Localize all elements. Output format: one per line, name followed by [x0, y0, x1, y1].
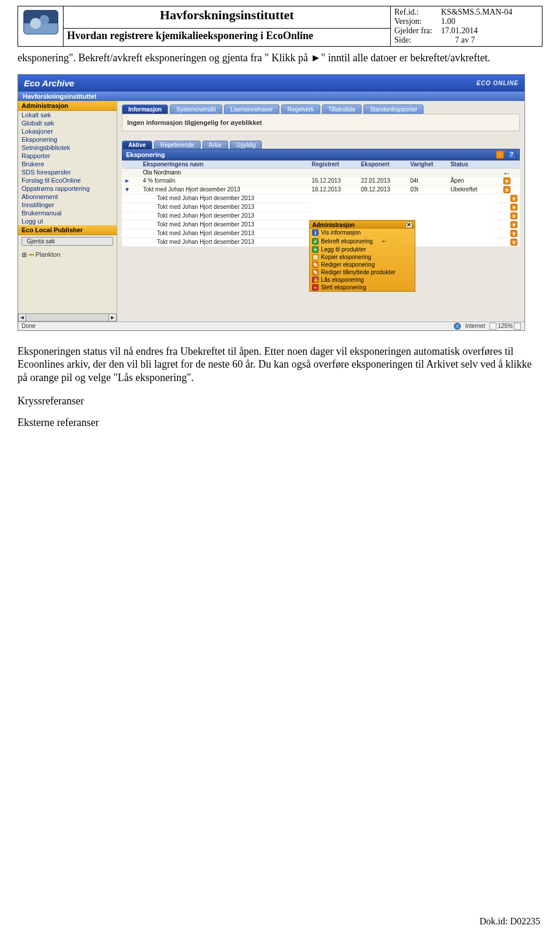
tab-tiltaksliste[interactable]: Tiltaksliste — [322, 104, 362, 114]
ctx-item-bekreft[interactable]: ✓Bekreft eksponering ← — [310, 236, 415, 246]
subtab-aktive[interactable]: Aktive — [122, 141, 152, 149]
ctx-item-rediger-prod[interactable]: ✎Rediger tilknyttede produkter — [310, 268, 415, 276]
ctx-item-legg-til[interactable]: +Legg til produkter — [310, 246, 415, 253]
row-action-icon[interactable]: ▼ — [510, 239, 517, 246]
sidebar-tree[interactable]: ⊞ ••• Plankton — [18, 247, 117, 262]
status-done: Done — [22, 323, 36, 329]
row-action-icon[interactable]: ▼ — [510, 221, 517, 228]
sidebar-item-eksponering[interactable]: Eksponering — [18, 135, 117, 144]
heading-kryssreferanser: Kryssreferanser — [18, 394, 542, 408]
tree-item-plankton[interactable]: Plankton — [36, 251, 61, 258]
col-stat: Status — [448, 160, 494, 169]
tab-standardrapporter[interactable]: Standardrapporter — [363, 104, 424, 114]
status-internet: Internet — [466, 323, 485, 329]
institution-logo-icon — [23, 10, 58, 34]
sidebar-item-brukere[interactable]: Brukere — [18, 160, 117, 168]
col-reg: Registrert — [309, 160, 358, 169]
row-action-icon[interactable]: ▼ — [510, 212, 517, 219]
zoom-in-icon[interactable] — [514, 323, 521, 330]
cell-stat: Åpen — [448, 176, 494, 185]
sidebar-item-oppstroms[interactable]: Oppstrøms rapportering — [18, 184, 117, 193]
row-action-icon[interactable]: ▼ — [503, 186, 510, 193]
lock-icon: 🔒 — [312, 277, 318, 283]
ctx-item-las[interactable]: 🔒Lås eksponering — [310, 276, 415, 284]
sidebar-item-innstillinger[interactable]: Innstillinger — [18, 201, 117, 209]
row-action-icon[interactable]: ▼ — [510, 195, 517, 202]
row-action-icon[interactable]: ▼ — [510, 204, 517, 211]
ctx-item-vis-info[interactable]: iVis informasjon — [310, 229, 415, 236]
ctx-item-kopier[interactable]: ⧉Kopier eksponering — [310, 253, 415, 261]
row-action-icon[interactable]: ▼ — [510, 230, 517, 237]
cell-name: 4 % formalin — [141, 176, 309, 185]
cell-name: Tokt med Johan Hjort desember 2013 — [141, 220, 309, 229]
col-eksp: Eksponert — [359, 160, 408, 169]
tree-expand-icon[interactable]: ⊞ — [22, 251, 29, 258]
scroll-left-icon[interactable]: ◄ — [18, 313, 26, 322]
side-label: Side: — [394, 36, 441, 45]
zoom-out-icon[interactable] — [489, 323, 496, 330]
header-help-icon[interactable]: ? — [508, 151, 516, 159]
check-icon: ✓ — [312, 238, 318, 245]
doc-meta: Ref.id.:KS&SMS.5.MAN-04 Versjon:1.00 Gje… — [391, 6, 542, 47]
tab-systemoversikt[interactable]: Systemoversikt — [170, 104, 222, 114]
zoom-control[interactable]: 125% — [489, 323, 521, 330]
scroll-right-icon[interactable]: ► — [108, 313, 117, 322]
cell-eksp: 09.12.2013 — [359, 185, 408, 194]
from-value: 17.01.2014 — [441, 26, 478, 36]
sidebar-item-setningsbibliotek[interactable]: Setningsbibliotek — [18, 144, 117, 152]
sidebar-item-lokalt-sok[interactable]: Lokalt søk — [18, 111, 117, 119]
sidebar-scrollbar[interactable]: ◄ ► — [18, 313, 117, 322]
sidebar-header-admin: Administrasjon — [18, 101, 117, 111]
context-close-icon[interactable]: ✕ — [405, 221, 412, 228]
repeat-search-button[interactable]: Gjenta søk — [22, 237, 113, 246]
col-name: Eksponeringens navn — [141, 160, 309, 169]
zoom-value: 125% — [498, 323, 513, 329]
copy-icon: ⧉ — [312, 254, 318, 260]
sidebar-item-logg-ut[interactable]: Logg ut — [18, 217, 117, 225]
sidebar-item-brukermanual[interactable]: Brukermanual — [18, 209, 117, 217]
sidebar-header-publisher: Eco Local Publisher — [18, 225, 117, 235]
subtab-repeterende[interactable]: Repeterende — [154, 141, 201, 149]
context-menu-title: Administrasjon ✕ — [310, 221, 415, 229]
eco-archive-window: Eco Archive ECO ONLINE Havforskningsinst… — [18, 74, 525, 331]
row-toggle-icon[interactable]: ► — [124, 177, 130, 184]
document-subtitle: Hvordan registrere kjemikalieeksponering… — [64, 28, 391, 46]
tab-informasjon[interactable]: Informasjon — [122, 104, 168, 114]
row-toggle-icon[interactable]: ▼ — [124, 186, 130, 193]
sidebar-item-globalt-sok[interactable]: Globalt søk — [18, 119, 117, 127]
cell-name: Tokt med Johan Hjort desember 2013 — [141, 229, 309, 238]
plus-icon: + — [312, 246, 318, 253]
info-panel-message: Ingen informasjon tilgjengelig for øyebl… — [122, 114, 520, 131]
subtab-ugyldig[interactable]: Ugyldig — [230, 141, 262, 149]
subtab-arkiv[interactable]: Arkiv — [202, 141, 228, 149]
tab-regelverk[interactable]: Regelverk — [281, 104, 320, 114]
ctx-item-slett[interactable]: −Slett eksponering — [310, 284, 415, 291]
cell-var: 03t — [408, 185, 448, 194]
paragraph-2: Eksponeringen status vil nå endres fra U… — [18, 345, 542, 385]
delete-icon: − — [312, 284, 318, 291]
eco-identity-bar: Havforskningsinstituttet — [18, 92, 524, 101]
info-icon: i — [312, 229, 318, 236]
table-row[interactable]: ► 4 % formalin 16.12.2013 22.01.2013 04t… — [122, 176, 520, 185]
sidebar-item-lokasjoner[interactable]: Lokasjoner — [18, 127, 117, 135]
document-header: Havforskningsinstituttet Ref.id.:KS&SMS.… — [18, 6, 542, 47]
version-value: 1.00 — [441, 17, 456, 26]
sidebar-item-rapporter[interactable]: Rapporter — [18, 152, 117, 160]
side-value: 7 av 7 — [441, 36, 475, 45]
sidebar-item-sds[interactable]: SDS forespørsler — [18, 168, 117, 176]
row-action-icon[interactable]: ▼ — [503, 177, 510, 184]
cell-reg: 18.12.2013 — [309, 185, 358, 194]
edit-icon: ✎ — [312, 269, 318, 275]
table-row[interactable]: ▼ Tokt med Johan Hjort desember 2013 18.… — [122, 185, 520, 194]
sidebar-item-abonnement[interactable]: Abonnement — [18, 193, 117, 201]
tab-lisensinnehaver[interactable]: Lisensinnehaver — [224, 104, 279, 114]
scroll-track[interactable] — [26, 313, 108, 322]
ctx-item-rediger[interactable]: ✎Rediger eksponering — [310, 261, 415, 268]
cell-name: Tokt med Johan Hjort desember 2013 — [141, 238, 309, 246]
sidebar-item-forslag[interactable]: Forslag til EcoOnline — [18, 176, 117, 184]
header-action-icon[interactable]: ↓ — [496, 151, 504, 159]
person-name: Ola Nordmann — [141, 168, 520, 176]
table-row[interactable]: Tokt med Johan Hjort desember 2013 Admin… — [122, 194, 520, 202]
edit-icon: ✎ — [312, 261, 318, 268]
context-menu: Administrasjon ✕ iVis informasjon ✓Bekre… — [309, 220, 415, 292]
